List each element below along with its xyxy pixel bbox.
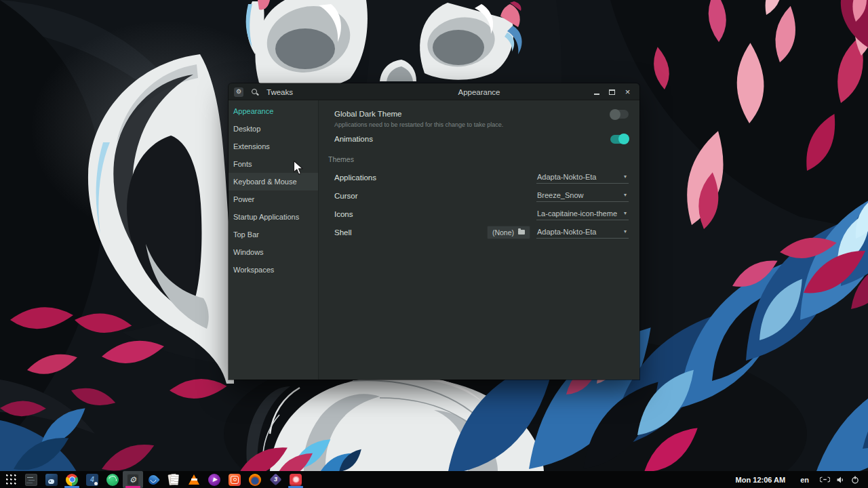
sidebar-item-top-bar[interactable]: Top Bar xyxy=(229,226,318,243)
taskbar-water-drop[interactable] xyxy=(143,471,163,488)
system-monitor-icon xyxy=(25,474,37,486)
taskbar-screen-recorder[interactable] xyxy=(285,471,306,488)
theme-row-shell: Shell(None)Adapta-Nokto-Eta▾ xyxy=(328,223,629,241)
app-grid-icon xyxy=(5,474,17,485)
themes-rows: ApplicationsAdapta-Nokto-Eta▾CursorBreez… xyxy=(328,168,629,241)
chrome-icon xyxy=(66,474,78,486)
sidebar-item-power[interactable]: Power xyxy=(229,190,318,208)
taskbar-app-icons: 4⚙▶3 xyxy=(0,471,306,488)
mouse-cursor xyxy=(293,160,304,176)
taskbar: 4⚙▶3 Mon 12:06 AM en xyxy=(0,471,868,488)
chevron-down-icon: ▾ xyxy=(624,174,627,180)
shell-theme-file-button[interactable]: (None) xyxy=(487,226,530,239)
camera-icon xyxy=(229,474,241,486)
mail-icon: 4 xyxy=(86,474,98,486)
water-drop-icon xyxy=(146,473,160,487)
sidebar-item-fonts[interactable]: Fonts xyxy=(229,155,318,173)
theme-select-cursor[interactable]: Breeze_Snow▾ xyxy=(536,190,629,202)
taskbar-documents[interactable] xyxy=(163,471,184,488)
sidebar-item-windows[interactable]: Windows xyxy=(229,243,318,261)
taskbar-file-manager[interactable] xyxy=(41,471,62,488)
theme-select-shell[interactable]: Adapta-Nokto-Eta▾ xyxy=(536,226,629,239)
maximize-button[interactable] xyxy=(604,83,620,100)
taskbar-app-grid[interactable] xyxy=(1,471,21,488)
sidebar-item-startup-applications[interactable]: Startup Applications xyxy=(229,208,318,226)
chevron-down-icon: ▾ xyxy=(624,228,627,235)
sidebar-item-keyboard-mouse[interactable]: Keyboard & Mouse xyxy=(229,173,318,190)
vlc-icon xyxy=(188,474,200,486)
theme-select-applications[interactable]: Adapta-Nokto-Eta▾ xyxy=(536,171,629,184)
setting-row-global-dark-theme: Global Dark ThemeApplications need to be… xyxy=(328,109,629,128)
clock[interactable]: Mon 12:06 AM xyxy=(736,476,786,484)
toggle-animations[interactable] xyxy=(610,135,629,144)
taskbar-tray: Mon 12:06 AM en xyxy=(736,471,868,488)
titlebar[interactable]: ⚙ Tweaks Appearance × xyxy=(229,83,639,100)
theme-label: Icons xyxy=(334,209,353,219)
taskbar-firefox[interactable] xyxy=(245,471,265,488)
appearance-settings: Global Dark ThemeApplications need to be… xyxy=(328,109,629,144)
chevron-down-icon: ▾ xyxy=(624,192,627,198)
main-panel: Global Dark ThemeApplications need to be… xyxy=(319,100,639,380)
chevron-down-icon: ▾ xyxy=(624,210,627,216)
minimize-button[interactable] xyxy=(589,83,604,100)
theme-label: Cursor xyxy=(334,191,358,201)
tweaks-window: ⚙ Tweaks Appearance × AppearanceDesktopE… xyxy=(229,83,639,380)
minimize-icon xyxy=(594,94,599,95)
maximize-icon xyxy=(609,89,615,95)
close-icon: × xyxy=(625,87,631,96)
theme-label: Applications xyxy=(334,173,376,182)
toggle-global-dark-theme[interactable] xyxy=(610,110,629,119)
taskbar-green-app[interactable] xyxy=(102,471,123,488)
taskbar-media-player[interactable]: ▶ xyxy=(204,471,224,488)
taskbar-chrome[interactable] xyxy=(62,471,82,488)
setting-label: Animations xyxy=(334,134,373,144)
diamond-3-icon: 3 xyxy=(269,473,281,485)
setting-row-animations: Animations xyxy=(328,134,629,144)
sidebar-item-appearance[interactable]: Appearance xyxy=(229,102,318,120)
folder-icon xyxy=(518,230,525,235)
taskbar-tweaks[interactable]: ⚙ xyxy=(123,471,143,488)
search-icon[interactable] xyxy=(251,88,259,96)
file-manager-icon xyxy=(45,474,58,486)
close-button[interactable]: × xyxy=(620,83,635,100)
taskbar-vlc[interactable] xyxy=(184,471,204,488)
sidebar-item-desktop[interactable]: Desktop xyxy=(229,120,318,138)
sidebar-item-workspaces[interactable]: Workspaces xyxy=(229,261,318,279)
sidebar-item-extensions[interactable]: Extensions xyxy=(229,138,318,155)
theme-row-icons: IconsLa-capitaine-icon-theme▾ xyxy=(328,205,629,223)
tweaks-app-icon: ⚙ xyxy=(234,87,243,97)
setting-label: Global Dark Theme xyxy=(334,109,503,119)
themes-section-title: Themes xyxy=(328,155,629,163)
theme-label: Shell xyxy=(334,228,352,237)
setting-sublabel: Applications need to be restarted for th… xyxy=(334,121,503,128)
window-title: Tweaks xyxy=(267,88,293,96)
theme-row-applications: ApplicationsAdapta-Nokto-Eta▾ xyxy=(328,168,629,186)
desktop: ⚙ Tweaks Appearance × AppearanceDesktopE… xyxy=(0,0,868,488)
taskbar-diamond-3[interactable]: 3 xyxy=(265,471,285,488)
documents-icon xyxy=(167,474,180,486)
language-indicator[interactable]: en xyxy=(800,476,809,484)
network-link-icon[interactable] xyxy=(820,476,830,483)
firefox-icon xyxy=(249,474,261,486)
sidebar: AppearanceDesktopExtensionsFontsKeyboard… xyxy=(229,100,319,380)
taskbar-system-monitor[interactable] xyxy=(21,471,41,488)
taskbar-camera[interactable] xyxy=(224,471,245,488)
media-player-icon: ▶ xyxy=(208,474,220,486)
tweaks-icon: ⚙ xyxy=(127,474,139,486)
theme-row-cursor: CursorBreeze_Snow▾ xyxy=(328,186,629,205)
screen-recorder-icon xyxy=(290,474,302,486)
taskbar-mail[interactable]: 4 xyxy=(82,471,102,488)
green-app-icon xyxy=(106,474,119,486)
theme-select-icons[interactable]: La-capitaine-icon-theme▾ xyxy=(536,208,629,220)
volume-icon[interactable] xyxy=(836,476,845,484)
power-icon[interactable] xyxy=(851,476,859,484)
